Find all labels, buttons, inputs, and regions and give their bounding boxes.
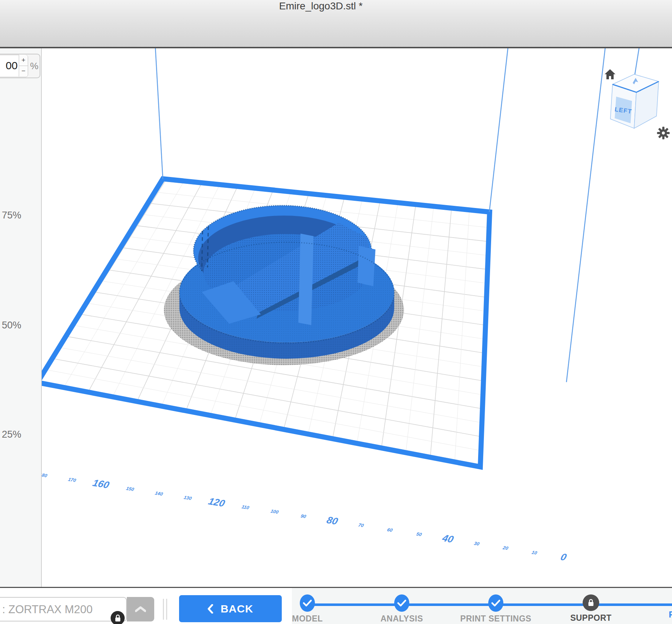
printer-expand-button[interactable] — [127, 597, 154, 621]
bottom-bar-divider — [0, 587, 672, 588]
view-cube[interactable]: LEFT — [604, 67, 665, 136]
step-analysis[interactable]: ANALYSIS — [362, 594, 441, 624]
printer-name: : ZORTRAX M200 — [2, 603, 93, 616]
step-check-icon[interactable] — [394, 594, 409, 612]
step-check-icon[interactable] — [488, 594, 503, 612]
scale-label-25: 25% — [2, 429, 21, 440]
back-button-label: BACK — [221, 603, 253, 615]
chevron-up-icon — [135, 606, 146, 612]
printer-selector[interactable]: : ZORTRAX M200 — [0, 597, 127, 621]
chevron-left-icon — [208, 604, 213, 614]
zoom-decrement-button[interactable]: − — [19, 66, 28, 77]
titlebar-divider — [0, 47, 672, 48]
step-label: SUPPORT — [551, 613, 631, 623]
toolbar-separator — [163, 599, 164, 620]
scale-label-75: 75% — [2, 210, 21, 221]
zoom-value: 00 — [6, 59, 18, 72]
step-label: ANALYSIS — [362, 614, 441, 624]
toolbar-separator — [166, 599, 167, 620]
lock-icon — [114, 614, 121, 622]
app-window: { "window": { "title": "Emire_logo3D.stl… — [0, 0, 672, 624]
next-step-label-fragment: P — [669, 610, 672, 620]
zoom-control: 00 + − % — [0, 54, 40, 78]
scale-label-50: 50% — [2, 320, 21, 331]
window-title: Emire_logo3D.stl * — [0, 0, 657, 12]
lock-icon — [587, 599, 595, 607]
titlebar: Emire_logo3D.stl * — [0, 0, 672, 47]
zoom-increment-button[interactable]: + — [19, 55, 28, 66]
gear-icon[interactable] — [657, 126, 670, 140]
step-label: PRINT SETTINGS — [456, 614, 535, 624]
model-3d[interactable] — [179, 205, 394, 359]
zoom-unit-label: % — [28, 54, 40, 78]
step-print-settings[interactable]: PRINT SETTINGS — [456, 594, 535, 624]
zoom-scale-panel: 75% 50% 25% — [0, 48, 42, 588]
step-lock-icon — [583, 594, 599, 611]
step-model[interactable]: MODEL — [268, 594, 347, 624]
bottom-bar: : ZORTRAX M200 BACK MODEL ANALYSIS — [0, 588, 672, 624]
viewport-3d[interactable] — [0, 0, 672, 624]
back-button[interactable]: BACK — [179, 595, 282, 622]
step-check-icon[interactable] — [300, 594, 315, 612]
step-label: MODEL — [268, 614, 347, 624]
step-support: SUPPORT — [551, 594, 631, 623]
printer-lock-badge — [111, 611, 125, 624]
